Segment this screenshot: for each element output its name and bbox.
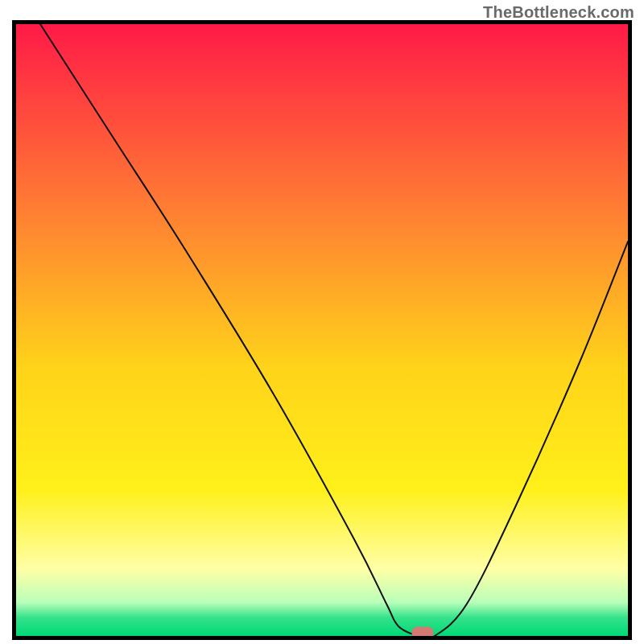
chart-svg: [16, 24, 628, 636]
chart-frame: TheBottleneck.com: [0, 0, 644, 644]
watermark-text: TheBottleneck.com: [483, 3, 634, 22]
chart-background: [16, 24, 628, 636]
optimal-marker: [412, 627, 433, 636]
plot-border: [12, 20, 632, 640]
plot-area: [16, 24, 628, 636]
